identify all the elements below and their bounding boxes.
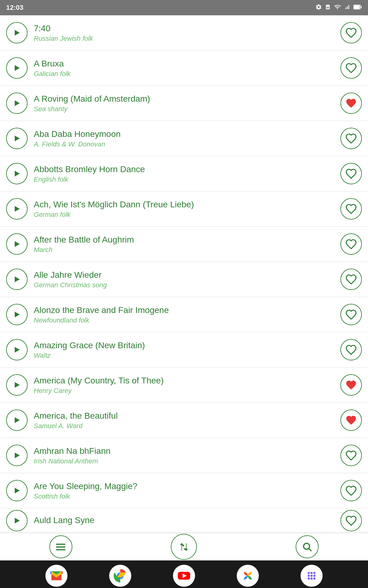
favorite-button[interactable] bbox=[340, 304, 362, 325]
svg-marker-20 bbox=[15, 488, 20, 494]
song-subtitle: Russian Jewish folk bbox=[34, 35, 334, 43]
battery-icon bbox=[353, 4, 362, 12]
song-info: Alle Jahre WiederGerman Christmas song bbox=[28, 270, 340, 289]
svg-marker-14 bbox=[15, 277, 20, 282]
svg-rect-6 bbox=[354, 5, 360, 9]
svg-marker-15 bbox=[15, 312, 20, 318]
signal-icon bbox=[344, 4, 350, 12]
song-item: Ach, Wie Ist's Möglich Dann (Treue Liebe… bbox=[0, 191, 368, 227]
song-item: A Roving (Maid of Amsterdam)Sea shanty bbox=[0, 86, 368, 121]
svg-marker-7 bbox=[15, 30, 20, 36]
song-item: Amhran Na bhFiannIrish National Anthem bbox=[0, 438, 368, 473]
sort-button[interactable]: a z bbox=[171, 534, 197, 560]
svg-point-37 bbox=[313, 572, 316, 574]
gmail-icon[interactable] bbox=[45, 565, 67, 587]
song-subtitle: Scottish folk bbox=[34, 492, 334, 500]
song-title: A Roving (Maid of Amsterdam) bbox=[34, 93, 334, 104]
song-info: A BruxaGalician folk bbox=[28, 58, 340, 78]
favorite-button[interactable] bbox=[340, 128, 362, 149]
status-bar: 12:03 bbox=[0, 0, 368, 15]
youtube-icon[interactable] bbox=[173, 565, 195, 587]
sim-icon bbox=[325, 4, 331, 12]
play-button[interactable] bbox=[6, 233, 28, 255]
song-item: Alonzo the Brave and Fair ImogeneNewfoun… bbox=[0, 297, 368, 332]
play-button[interactable] bbox=[6, 480, 28, 501]
song-info: America, the BeautifulSamuel A. Ward bbox=[28, 410, 340, 430]
play-button[interactable] bbox=[6, 163, 28, 184]
play-button[interactable] bbox=[6, 198, 28, 220]
svg-rect-0 bbox=[326, 5, 330, 9]
song-title: A Bruxa bbox=[34, 58, 334, 69]
favorite-button[interactable] bbox=[340, 22, 362, 43]
play-button[interactable] bbox=[6, 269, 28, 290]
play-button[interactable] bbox=[6, 92, 28, 114]
favorite-button[interactable] bbox=[340, 409, 362, 431]
play-button[interactable] bbox=[6, 374, 28, 396]
svg-point-42 bbox=[310, 578, 312, 580]
favorite-button[interactable] bbox=[340, 269, 362, 290]
song-list: 7:40Russian Jewish folkA BruxaGalician f… bbox=[0, 15, 368, 533]
svg-marker-19 bbox=[15, 453, 20, 458]
favorite-button[interactable] bbox=[340, 510, 362, 531]
song-subtitle: German folk bbox=[34, 211, 334, 219]
song-item: Abbotts Bromley Horn DanceEnglish folk bbox=[0, 156, 368, 191]
status-icons bbox=[315, 4, 362, 12]
song-info: Auld Lang Syne bbox=[28, 515, 340, 526]
svg-rect-3 bbox=[327, 8, 329, 8]
favorite-button[interactable] bbox=[340, 198, 362, 220]
play-button[interactable] bbox=[6, 57, 28, 79]
song-info: Alonzo the Brave and Fair ImogeneNewfoun… bbox=[28, 305, 340, 324]
bottom-toolbar: a z bbox=[0, 533, 368, 560]
android-nav-bar bbox=[0, 560, 368, 588]
menu-button[interactable] bbox=[49, 535, 72, 558]
song-item: Auld Lang Syne bbox=[0, 508, 368, 533]
svg-text:z: z bbox=[184, 548, 186, 550]
settings-icon bbox=[315, 4, 322, 12]
song-title: Amazing Grace (New Britain) bbox=[34, 340, 334, 351]
favorite-button[interactable] bbox=[340, 233, 362, 255]
play-button[interactable] bbox=[6, 128, 28, 149]
favorite-button[interactable] bbox=[340, 57, 362, 79]
song-subtitle: English folk bbox=[34, 175, 334, 183]
song-info: Abbotts Bromley Horn DanceEnglish folk bbox=[28, 164, 340, 183]
favorite-button[interactable] bbox=[340, 163, 362, 184]
play-button[interactable] bbox=[6, 22, 28, 43]
song-subtitle: Sea shanty bbox=[34, 105, 334, 113]
apps-icon[interactable] bbox=[301, 565, 323, 587]
favorite-button[interactable] bbox=[340, 480, 362, 501]
song-subtitle: Henry Carey bbox=[34, 387, 334, 395]
song-title: Alonzo the Brave and Fair Imogene bbox=[34, 305, 334, 316]
favorite-button[interactable] bbox=[340, 374, 362, 396]
favorite-button[interactable] bbox=[340, 92, 362, 114]
svg-marker-21 bbox=[15, 518, 20, 523]
play-button[interactable] bbox=[6, 445, 28, 466]
song-subtitle: German Christmas song bbox=[34, 281, 334, 289]
song-info: A Roving (Maid of Amsterdam)Sea shanty bbox=[28, 93, 340, 113]
svg-rect-5 bbox=[361, 6, 362, 8]
favorite-button[interactable] bbox=[340, 339, 362, 360]
play-button[interactable] bbox=[6, 510, 28, 531]
search-button[interactable] bbox=[296, 535, 319, 558]
svg-rect-2 bbox=[328, 6, 329, 7]
play-button[interactable] bbox=[6, 409, 28, 431]
song-title: Aba Daba Honeymoon bbox=[34, 129, 334, 140]
song-item: Are You Sleeping, Maggie?Scottish folk bbox=[0, 473, 368, 508]
song-info: America (My Country, Tis of Thee)Henry C… bbox=[28, 375, 340, 395]
chrome-icon[interactable] bbox=[109, 565, 131, 587]
play-button[interactable] bbox=[6, 304, 28, 325]
song-info: After the Battle of AughrimMarch bbox=[28, 234, 340, 254]
song-title: Amhran Na bhFiann bbox=[34, 446, 334, 457]
play-button[interactable] bbox=[6, 339, 28, 360]
favorite-button[interactable] bbox=[340, 445, 362, 466]
song-item: A BruxaGalician folk bbox=[0, 51, 368, 86]
song-item: Amazing Grace (New Britain)Waltz bbox=[0, 332, 368, 368]
song-item: America, the BeautifulSamuel A. Ward bbox=[0, 403, 368, 438]
svg-point-41 bbox=[308, 578, 310, 580]
svg-marker-10 bbox=[15, 136, 20, 141]
song-title: America (My Country, Tis of Thee) bbox=[34, 375, 334, 386]
svg-point-35 bbox=[308, 572, 310, 574]
song-title: Ach, Wie Ist's Möglich Dann (Treue Liebe… bbox=[34, 199, 334, 210]
song-title: After the Battle of Aughrim bbox=[34, 234, 334, 245]
photos-icon[interactable] bbox=[237, 565, 259, 587]
svg-point-36 bbox=[310, 572, 312, 574]
